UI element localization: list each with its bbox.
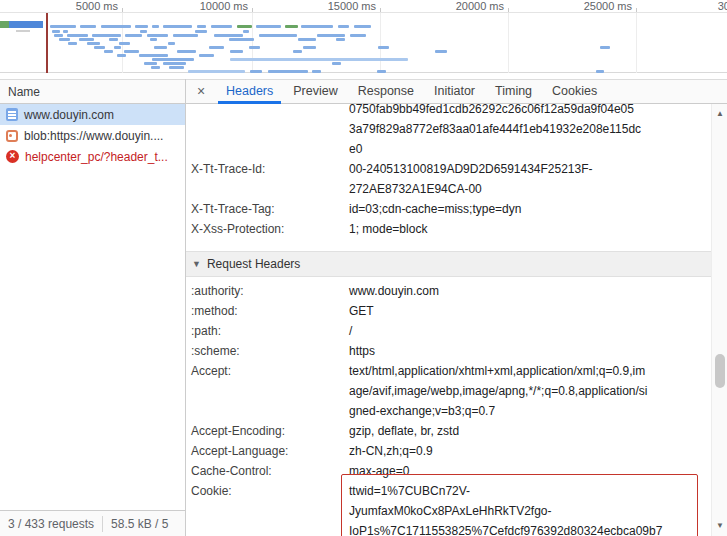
waterfall-bar — [301, 25, 333, 28]
waterfall-bar — [237, 25, 252, 28]
header-value-line: https — [349, 341, 375, 361]
waterfall-bar — [250, 70, 262, 73]
header-value-line: 3a79f829a8772ef83aa01afe444f1eb41932e208… — [349, 119, 641, 139]
waterfall-bar — [54, 34, 63, 37]
timeline-tick — [252, 8, 253, 12]
timeline-label: 10000 ms — [200, 0, 248, 12]
header-name: :method: — [186, 301, 349, 321]
tab-initiator[interactable]: Initiator — [424, 80, 485, 103]
timeline-label: 20000 ms — [456, 0, 504, 12]
overview-waterfall[interactable] — [0, 13, 727, 73]
header-value: 00-240513100819AD9D2D6591434F25213F-272A… — [349, 159, 593, 199]
waterfall-bar — [209, 46, 224, 49]
waterfall-bar — [600, 46, 610, 49]
waterfall-bar — [144, 62, 157, 65]
grid-line — [252, 13, 253, 73]
waterfall-bar — [596, 70, 604, 73]
header-row: :method:GET — [186, 301, 711, 321]
header-row: Accept:text/html,application/xhtml+xml,a… — [186, 361, 711, 421]
tab-headers[interactable]: Headers — [216, 80, 283, 103]
waterfall-bar — [151, 66, 160, 69]
waterfall-bar — [92, 34, 121, 37]
header-row: Accept-Encoding:gzip, deflate, br, zstd — [186, 421, 711, 441]
tab-preview[interactable]: Preview — [283, 80, 347, 103]
header-row: X-Xss-Protection:1; mode=block — [186, 219, 711, 239]
header-value-continuation: 0750fab9bb49fed1cdb26292c26c06f12a59da9f… — [186, 104, 711, 159]
waterfall-bar — [59, 38, 70, 41]
details-scrollbar[interactable]: ▲ ▼ — [711, 104, 727, 536]
timeline-label: 25000 ms — [584, 0, 632, 12]
grid-line — [636, 13, 637, 73]
waterfall-bar — [168, 42, 175, 45]
timeline-label: 5000 ms — [76, 0, 118, 12]
grid-line — [508, 13, 509, 73]
waterfall-bar — [104, 50, 113, 53]
section-expand-icon: ▼ — [192, 252, 201, 277]
waterfall-bar — [195, 30, 207, 33]
header-name: Accept-Encoding: — [186, 421, 349, 441]
request-list: www.douyin.comblob:https://www.douyin...… — [0, 104, 185, 510]
waterfall-bar — [87, 42, 100, 45]
timeline-tick — [636, 8, 637, 12]
header-value: max-age=0 — [349, 461, 409, 481]
header-value-line: JyumfaxM0koCx8PAxLeHhRkTV2fgo- — [349, 501, 662, 521]
waterfall-bar — [243, 30, 249, 33]
header-name — [186, 104, 349, 159]
header-row: :authority:www.douyin.com — [186, 281, 711, 301]
waterfall-bar — [312, 70, 321, 73]
waterfall-bar — [317, 34, 345, 37]
request-row[interactable]: blob:https://www.douyin.... — [0, 125, 185, 146]
header-row: Accept-Language:zh-CN,zh;q=0.9 — [186, 441, 711, 461]
header-name: :authority: — [186, 281, 349, 301]
name-column-header[interactable]: Name — [0, 79, 185, 104]
waterfall-bar — [377, 70, 386, 73]
tab-response[interactable]: Response — [348, 80, 424, 103]
scroll-up-icon[interactable]: ▲ — [712, 109, 727, 118]
waterfall-bar — [199, 54, 214, 57]
headers-content: 0750fab9bb49fed1cdb26292c26c06f12a59da9f… — [186, 104, 711, 536]
selected-request-bar-label — [16, 30, 30, 32]
grid-line — [380, 13, 381, 73]
header-name: :path: — [186, 321, 349, 341]
header-value-line: ttwid=1%7CUBCn72V- — [349, 481, 662, 501]
waterfall-bar — [119, 42, 130, 45]
header-name: X-Xss-Protection: — [186, 219, 349, 239]
timeline-tick — [508, 8, 509, 12]
header-value-line: max-age=0 — [349, 461, 409, 481]
waterfall-bar — [124, 50, 139, 53]
waterfall-bar — [230, 50, 243, 53]
request-row[interactable]: ×helpcenter_pc/?header_t... — [0, 146, 185, 167]
header-value-line: gned-exchange;v=b3;q=0.7 — [349, 401, 648, 421]
waterfall-bar — [163, 25, 192, 28]
waterfall-bar — [169, 66, 184, 69]
header-value: https — [349, 341, 375, 361]
waterfall-bar — [50, 25, 76, 28]
waterfall-bar — [293, 50, 302, 53]
waterfall-bar — [173, 34, 198, 37]
header-value: 0750fab9bb49fed1cdb26292c26c06f12a59da9f… — [349, 104, 641, 159]
scroll-down-icon[interactable]: ▼ — [712, 521, 727, 530]
header-value-line: 1; mode=block — [349, 219, 427, 239]
tab-timing[interactable]: Timing — [485, 80, 542, 103]
timeline-label: 30000 ms — [718, 0, 727, 12]
header-value-line: www.douyin.com — [349, 281, 439, 301]
scrollbar-thumb[interactable] — [715, 354, 725, 388]
header-name: X-Tt-Trace-Tag: — [186, 199, 349, 219]
waterfall-bar — [435, 50, 447, 53]
close-icon[interactable]: × — [186, 80, 216, 103]
header-value: zh-CN,zh;q=0.9 — [349, 441, 433, 461]
waterfall-bar — [188, 70, 245, 73]
header-value-line: age/avif,image/webp,image/apng,*/*;q=0.8… — [349, 381, 648, 401]
details-tab-bar: × HeadersPreviewResponseInitiatorTimingC… — [186, 79, 727, 104]
waterfall-bar — [229, 38, 254, 41]
waterfall-bar — [230, 58, 408, 61]
tab-cookies[interactable]: Cookies — [542, 80, 607, 103]
waterfall-bar — [303, 46, 316, 49]
request-row[interactable]: www.douyin.com — [0, 104, 185, 125]
waterfall-bar — [94, 46, 105, 49]
waterfall-bar — [52, 30, 60, 33]
waterfall-bar — [285, 25, 298, 28]
waterfall-bar — [67, 34, 88, 37]
section-header-request-headers[interactable]: ▼Request Headers — [186, 251, 711, 277]
header-value: / — [349, 321, 352, 341]
